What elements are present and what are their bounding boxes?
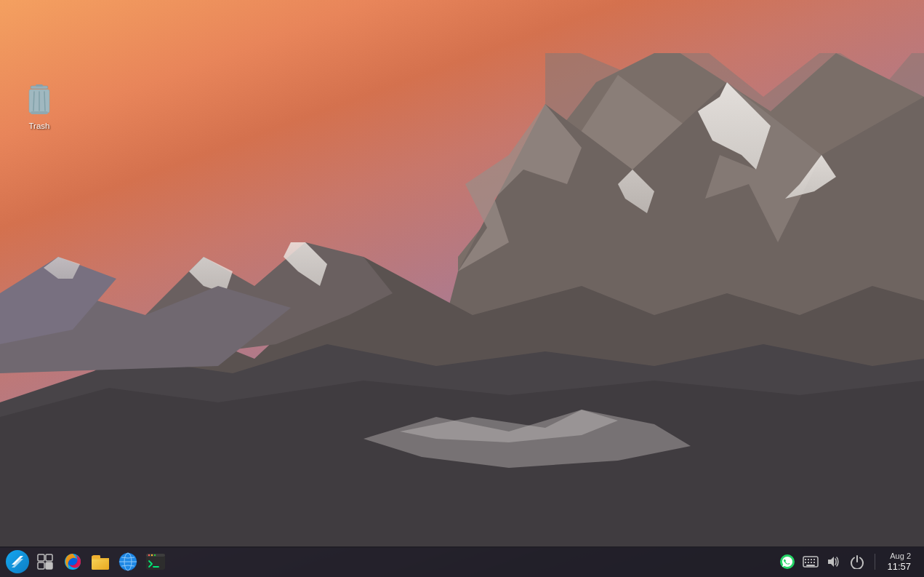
mountain-background <box>0 53 924 548</box>
taskbar-tray: Aug 2 11:57 <box>779 552 920 573</box>
svg-rect-50 <box>808 562 809 563</box>
svg-marker-1 <box>458 53 924 548</box>
tray-power[interactable] <box>848 553 866 570</box>
svg-point-41 <box>154 554 156 556</box>
trash-icon-image <box>22 83 57 118</box>
taskbar-software-store[interactable] <box>115 549 141 575</box>
svg-rect-51 <box>811 562 812 563</box>
zorin-icon <box>6 550 29 573</box>
svg-marker-5 <box>705 82 821 242</box>
svg-marker-16 <box>0 257 116 344</box>
tray-divider <box>875 554 875 570</box>
svg-marker-4 <box>458 104 582 271</box>
svg-rect-30 <box>46 562 52 569</box>
svg-rect-21 <box>36 84 43 87</box>
svg-point-40 <box>151 554 153 556</box>
taskbar-workspaces[interactable] <box>32 549 58 575</box>
clock-time: 11:57 <box>887 561 911 573</box>
tray-whatsapp[interactable] <box>779 553 796 570</box>
svg-marker-8 <box>618 170 654 213</box>
svg-marker-2 <box>509 75 924 402</box>
svg-marker-17 <box>44 257 80 279</box>
svg-line-23 <box>33 92 34 111</box>
trash-label: Trash <box>29 121 50 132</box>
svg-rect-53 <box>806 565 815 566</box>
svg-rect-26 <box>31 111 48 114</box>
svg-marker-18 <box>363 410 691 468</box>
svg-marker-0 <box>545 53 924 330</box>
taskbar: Aug 2 11:57 <box>0 546 924 577</box>
svg-marker-9 <box>0 257 924 548</box>
svg-rect-45 <box>805 559 806 560</box>
svg-marker-15 <box>0 286 291 373</box>
svg-marker-54 <box>828 557 834 567</box>
desktop: Trash <box>0 0 924 577</box>
svg-marker-7 <box>785 155 836 199</box>
svg-rect-27 <box>38 554 44 561</box>
svg-marker-3 <box>385 82 924 548</box>
svg-marker-6 <box>698 82 771 170</box>
svg-rect-48 <box>813 559 815 560</box>
svg-rect-47 <box>811 559 812 560</box>
tray-keyboard[interactable] <box>802 553 819 570</box>
svg-rect-52 <box>813 562 815 563</box>
svg-line-25 <box>44 92 45 111</box>
svg-rect-46 <box>808 559 809 560</box>
svg-marker-11 <box>284 242 327 286</box>
svg-rect-49 <box>805 562 806 563</box>
taskbar-terminal[interactable] <box>142 549 169 575</box>
svg-rect-28 <box>46 554 52 561</box>
svg-point-39 <box>148 554 150 556</box>
taskbar-files[interactable] <box>87 549 113 575</box>
svg-marker-10 <box>145 242 393 351</box>
clock-date: Aug 2 <box>890 552 911 561</box>
taskbar-apps <box>4 549 779 575</box>
svg-marker-13 <box>0 344 924 548</box>
taskbar-clock[interactable]: Aug 2 11:57 <box>884 552 914 573</box>
svg-marker-12 <box>189 257 233 293</box>
svg-marker-14 <box>0 381 924 548</box>
taskbar-zorin-menu[interactable] <box>4 549 31 575</box>
trash-icon[interactable]: Trash <box>13 80 65 135</box>
tray-volume[interactable] <box>825 553 843 570</box>
svg-rect-29 <box>38 562 44 569</box>
svg-marker-19 <box>400 410 618 442</box>
taskbar-firefox[interactable] <box>60 549 86 575</box>
